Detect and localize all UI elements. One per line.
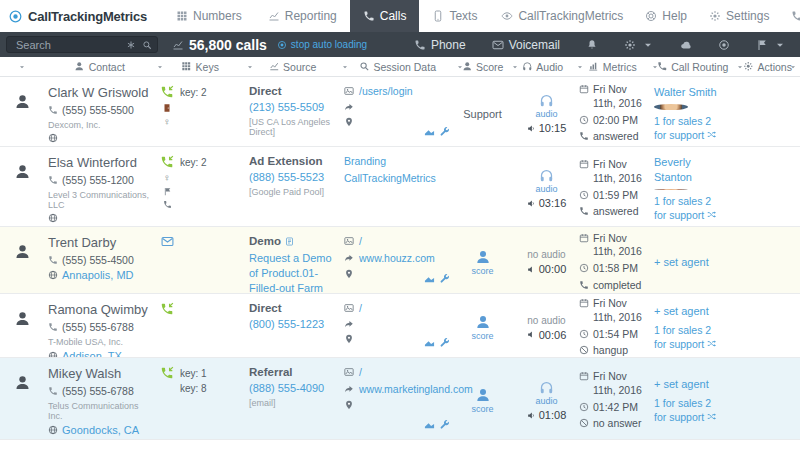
header-select[interactable] [0,57,44,76]
source-cell: DemoRequest a Demo of Product.01-Filled-… [245,227,340,293]
routing-menu-link[interactable]: 1 for sales 2 for support [654,396,726,424]
contact-location-link[interactable]: Goondocks, CA [62,424,139,436]
search-input[interactable] [14,38,120,52]
softphone-button[interactable] [780,10,800,22]
key-labels: key: 1key: 8 [180,366,207,435]
top-nav-right: CallTrackingMetrics Help Settings [490,0,800,32]
headphones-icon[interactable] [539,380,554,395]
routing-menu-link[interactable]: 1 for sales 2 for support [654,194,726,222]
globe-icon [48,425,58,435]
contact-avatar-icon[interactable] [14,163,31,180]
contact-location-link[interactable]: Addison, TX [62,350,122,358]
set-agent-link[interactable]: + set agent [654,377,731,392]
routing-menu-link[interactable]: 1 for sales 2 for support [654,323,726,351]
header-keys[interactable]: Keys [155,57,245,76]
form-icon[interactable] [285,237,294,246]
incoming-call-icon[interactable] [160,85,174,99]
session-text[interactable]: www.houzz.com [359,252,435,264]
score-label[interactable]: score [471,331,493,341]
incoming-call-icon[interactable] [160,155,174,169]
contact-phone-number: (555) 555-6788 [62,321,134,333]
header-actions[interactable]: Actions [735,57,800,76]
report-icon[interactable] [424,126,435,137]
email-icon[interactable] [161,235,174,248]
report-icon[interactable] [424,419,435,430]
stop-auto-loading-link[interactable]: stop auto loading [277,39,367,50]
session-text[interactable]: / [359,302,362,314]
source-detail-link[interactable]: Request a Demo of Product.01-Filled-out … [249,251,335,294]
score-label[interactable]: score [471,266,493,276]
share-icon [344,102,354,112]
header-contact[interactable]: Contact [44,57,155,76]
agent-link[interactable]: Beverly Stanton [654,155,731,185]
tracking-number-link[interactable]: (213) 555-5509 [249,101,336,113]
session-text[interactable]: /users/login [359,85,413,97]
agent-photo[interactable] [654,189,688,190]
incoming-call-icon[interactable] [160,302,174,316]
nav-item-reporting[interactable]: Reporting [255,0,350,32]
help-button[interactable]: Help [634,9,698,23]
incoming-call-icon[interactable] [160,366,174,380]
report-icon[interactable] [424,273,435,284]
wrench-icon[interactable] [439,419,450,430]
audio-link[interactable]: audio [535,396,557,406]
phone-mode-button[interactable]: Phone [414,38,466,52]
account-switcher[interactable]: CallTrackingMetrics [490,9,634,23]
report-icon[interactable] [424,337,435,348]
advanced-search-icon[interactable] [126,40,136,50]
header-call-routing[interactable]: Call Routing [650,57,735,76]
nav-item-texts[interactable]: Texts [419,0,490,32]
agent-photo[interactable] [654,104,688,110]
contact-avatar-icon[interactable] [14,93,31,110]
header-audio[interactable]: Audio [510,57,575,76]
contact-cell: Mikey Walsh(555) 555-6788Telus Communica… [44,358,155,439]
calls-count-text: 56,800 calls [189,37,267,53]
search-icon[interactable] [142,40,152,50]
nav-item-numbers[interactable]: Numbers [163,0,255,32]
chevron-down-icon [18,63,26,71]
export-button[interactable] [680,39,692,51]
contact-location-link[interactable]: Annapolis, MD [62,269,134,281]
score-icon[interactable] [475,387,491,403]
header-source[interactable]: Source [245,57,340,76]
header-score[interactable]: Score [455,57,510,76]
tracking-number-link[interactable]: (888) 555-5523 [249,171,336,183]
alerts-button[interactable] [586,39,598,51]
tracking-number-link[interactable]: (800) 555-1223 [249,318,336,330]
tracking-number-link[interactable]: (888) 555-4090 [249,382,336,394]
score-label[interactable]: score [471,404,493,414]
agent-link[interactable]: Walter Smith [654,85,731,100]
contact-avatar-icon[interactable] [14,374,31,391]
headphones-icon[interactable] [539,168,554,183]
session-line [344,319,451,329]
session-text[interactable]: / [359,235,362,247]
nav-item-calls[interactable]: Calls [350,0,420,32]
header-session-data[interactable]: Session Data [340,57,455,76]
contact-avatar-icon[interactable] [14,310,31,327]
source-title-text: Direct [249,85,282,97]
audio-link[interactable]: audio [535,109,557,119]
toolbar-settings-button[interactable] [624,39,654,51]
set-agent-link[interactable]: + set agent [654,255,731,270]
contact-avatar-icon[interactable] [14,243,31,260]
wrench-icon[interactable] [439,273,450,284]
audio-link[interactable]: audio [535,184,557,194]
routing-menu-link[interactable]: 1 for sales 2 for support [654,114,726,142]
voicemail-button[interactable]: Voicemail [492,38,560,52]
brand-logo[interactable]: CallTrackingMetrics [0,0,163,32]
session-text[interactable]: Branding [344,155,386,167]
wrench-icon[interactable] [439,126,450,137]
session-text[interactable]: CallTrackingMetrics [344,172,436,184]
headphones-icon[interactable] [539,93,554,108]
speaker-icon [527,124,536,133]
set-agent-link[interactable]: + set agent [654,304,731,319]
session-text[interactable]: / [359,366,362,378]
settings-button[interactable]: Settings [698,9,780,23]
record-button[interactable] [718,39,730,51]
flag-filter-button[interactable] [756,39,786,51]
score-icon[interactable] [475,249,491,265]
score-icon[interactable] [475,314,491,330]
header-metrics[interactable]: Metrics [575,57,650,76]
grid-icon [176,10,188,22]
wrench-icon[interactable] [439,337,450,348]
